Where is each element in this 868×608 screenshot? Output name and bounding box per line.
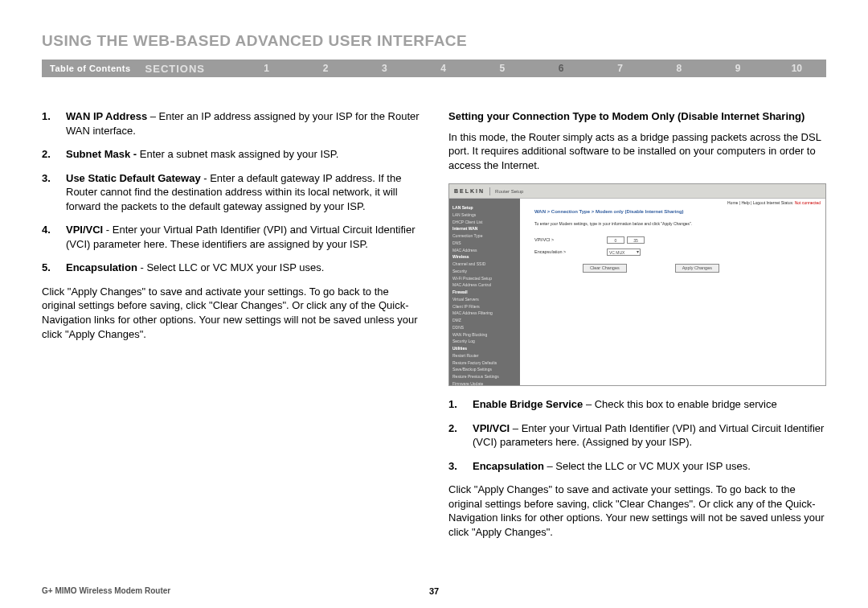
list-item: 1.Enable Bridge Service – Check this box… [448, 397, 826, 412]
apply-changes-button[interactable]: Apply Changes [675, 264, 719, 273]
section-link-6[interactable]: 6 [532, 63, 591, 74]
right-numbered-list: 1.Enable Bridge Service – Check this box… [448, 397, 826, 473]
section-link-10[interactable]: 10 [768, 63, 826, 74]
list-item: 4.VPI/VCI - Enter your Virtual Path Iden… [42, 223, 420, 251]
page-number: 37 [429, 586, 439, 596]
section-link-8[interactable]: 8 [649, 63, 708, 74]
section-link-5[interactable]: 5 [473, 63, 531, 74]
right-column: Setting your Connection Type to Modem On… [448, 109, 826, 540]
right-heading: Setting your Connection Type to Modem On… [448, 109, 826, 124]
ss-main: WAN > Connection Type > Modem only (Disa… [520, 199, 825, 385]
list-item: 2.Subnet Mask - Enter a subnet mask assi… [42, 147, 420, 162]
section-link-7[interactable]: 7 [591, 63, 649, 74]
page-footer: G+ MIMO Wireless Modem Router 37 [42, 586, 826, 595]
section-link-2[interactable]: 2 [296, 63, 354, 74]
list-item: 3.Encapsulation – Select the LLC or VC M… [448, 459, 826, 474]
section-numbers: 1 2 3 4 5 6 7 8 9 10 [237, 63, 826, 74]
toc-link[interactable]: Table of Contents [42, 64, 145, 73]
ss-sidebar: LAN Setup LAN Settings DHCP Client List … [449, 199, 520, 385]
encapsulation-select[interactable]: VC MUX [607, 249, 641, 256]
section-link-4[interactable]: 4 [414, 63, 473, 74]
left-numbered-list: 1.WAN IP Address – Enter an IP address a… [42, 109, 420, 275]
section-link-1[interactable]: 1 [237, 63, 296, 74]
ss-row-vpivci: VPI/VCI > 0 35 [534, 236, 817, 244]
vpi-input[interactable]: 0 [607, 236, 624, 244]
list-item: 2.VPI/VCI – Enter your Virtual Path Iden… [448, 421, 826, 450]
left-closing-paragraph: Click "Apply Changes" to save and activa… [42, 285, 420, 341]
right-intro: In this mode, the Router simply acts as … [448, 130, 826, 173]
ss-breadcrumb: WAN > Connection Type > Modem only (Disa… [534, 208, 817, 215]
belkin-logo: BELKIN [454, 187, 485, 195]
page-title: USING THE WEB-BASED ADVANCED USER INTERF… [42, 32, 826, 50]
section-nav-bar: Table of Contents SECTIONS 1 2 3 4 5 6 7… [42, 60, 826, 77]
vci-input[interactable]: 35 [627, 236, 645, 244]
product-name: G+ MIMO Wireless Modem Router [42, 586, 170, 595]
ss-instruction: To enter your Modem settings, type in yo… [534, 221, 817, 227]
router-ui-screenshot: BELKIN Router Setup Home | Help | Logout… [448, 183, 826, 386]
ss-header-title: Router Setup [495, 188, 523, 195]
ss-header: BELKIN Router Setup [449, 184, 825, 199]
left-column: 1.WAN IP Address – Enter an IP address a… [42, 109, 420, 540]
right-closing-paragraph: Click "Apply Changes" to save and activa… [448, 483, 826, 539]
ss-row-encap: Encapsulation > VC MUX [534, 249, 817, 256]
list-item: 3.Use Static Default Gateway - Enter a d… [42, 171, 420, 214]
list-item: 1.WAN IP Address – Enter an IP address a… [42, 109, 420, 138]
clear-changes-button[interactable]: Clear Changes [583, 264, 627, 273]
section-link-9[interactable]: 9 [708, 63, 767, 74]
section-link-3[interactable]: 3 [355, 63, 414, 74]
sections-label: SECTIONS [145, 63, 237, 75]
list-item: 5.Encapsulation - Select LLC or VC MUX y… [42, 261, 420, 275]
